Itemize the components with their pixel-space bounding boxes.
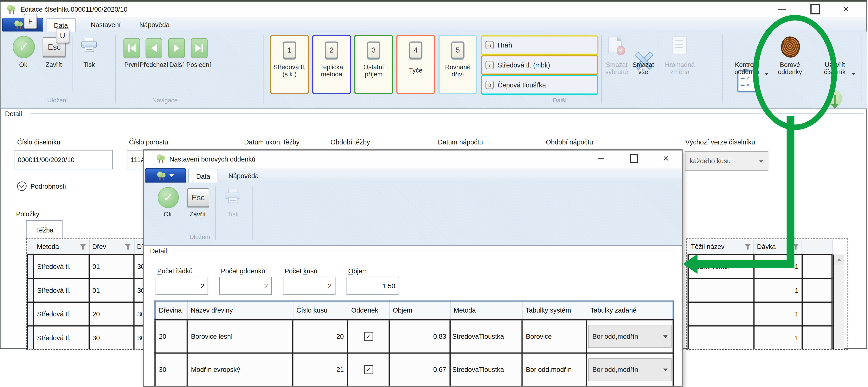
nav-last-button[interactable]	[191, 38, 208, 58]
method-button-5[interactable]: 5 Rovnané dříví	[438, 35, 477, 94]
column-header-oddenek[interactable]: Oddenek	[348, 301, 389, 320]
field-label-cislo-ciselniku: Číslo číselníku	[17, 138, 60, 146]
bulk-change-button[interactable]	[673, 36, 687, 54]
dialog-tab-data[interactable]: Data	[188, 169, 218, 183]
main-titlebar: Editace číselníku000011/00/2020/10 ×	[1, 2, 866, 17]
method-button-3[interactable]: 3 Ostatní příjem	[354, 35, 393, 94]
bulk-change-label: Hromadná změna	[662, 61, 697, 76]
dialog-close-label: Zavřít	[185, 211, 210, 218]
maximize-button[interactable]	[807, 2, 823, 15]
close-list-label: Uzavřít číselník	[819, 61, 851, 76]
divider	[215, 186, 216, 240]
group-divider	[263, 35, 264, 103]
table-row[interactable]: Středová tl.3030	[28, 326, 146, 350]
filter-icon[interactable]	[80, 244, 86, 250]
filter-icon[interactable]	[125, 244, 131, 250]
close-button[interactable]: ×	[838, 2, 854, 15]
field-label-obdobi-tezby: Období těžby	[331, 138, 370, 146]
ok-button[interactable]: ✓	[13, 36, 35, 58]
column-header-tabulky-system[interactable]: Tabulky systém	[522, 301, 587, 320]
column-header-metoda[interactable]: Metoda	[450, 301, 522, 320]
minimize-icon	[598, 158, 603, 159]
column-header-tabulky-zadane[interactable]: Tabulky zadané	[587, 301, 673, 320]
vertical-scrollbar[interactable]	[833, 255, 844, 349]
tab-tezba[interactable]: Těžba	[26, 220, 62, 239]
table-row[interactable]: 1	[688, 326, 832, 350]
column-header-cislo-kusu[interactable]: Číslo kusu	[293, 301, 348, 320]
delete-selected-button[interactable]: ✕	[608, 36, 621, 53]
table-row[interactable]: 20 Borovice lesní 20 0,83 StredovaTloust…	[155, 320, 673, 353]
dialog-app-menu-button[interactable]	[145, 168, 186, 183]
dialog-print-button[interactable]	[225, 189, 240, 203]
dialog-minimize-button[interactable]	[593, 154, 608, 164]
dialog-ok-button[interactable]: ✓	[158, 187, 179, 208]
column-header-davka[interactable]: Dávka	[754, 240, 802, 255]
nav-first-button[interactable]	[123, 38, 140, 58]
tab-napoveda[interactable]: Nápověda	[135, 18, 173, 31]
pocet-radku-input[interactable]: 2	[156, 277, 208, 295]
pocet-kusu-input[interactable]: 2	[283, 277, 335, 295]
column-header-metoda[interactable]: Metoda	[34, 240, 89, 255]
group-divider	[252, 186, 253, 240]
app-tree-icon	[14, 21, 24, 29]
method-button-1[interactable]: 1 Středová tl. (s k.)	[270, 35, 309, 94]
scroll-up-button[interactable]	[834, 255, 844, 264]
group-divider	[115, 35, 116, 103]
table-row[interactable]: 30 Modřín evropský 21 0,67 StredovaTlous…	[155, 353, 673, 386]
table-row[interactable]: 1	[688, 279, 832, 302]
column-header-drev[interactable]: Dřev	[89, 240, 134, 255]
table-row[interactable]: 1	[688, 302, 832, 326]
chevron-down-icon	[663, 335, 668, 338]
filter-icon[interactable]	[745, 244, 751, 250]
print-button[interactable]	[82, 38, 97, 52]
pocet-oddenku-input[interactable]: 2	[219, 277, 272, 295]
column-header-nazev-dreviny[interactable]: Název dřeviny	[187, 301, 293, 320]
minimize-button[interactable]	[773, 4, 790, 15]
table-row[interactable]: Středová tl.2030	[28, 302, 146, 326]
stredova-mbk-button[interactable]: 7 Středová tl. (mbk)	[481, 55, 598, 75]
prev-icon	[151, 44, 157, 52]
hran-button[interactable]: 6 Hráň	[481, 35, 598, 55]
key-6-icon: 6	[486, 41, 494, 49]
table-row[interactable]: Středová tl.0130	[28, 255, 146, 279]
objem-input[interactable]: 1,50	[347, 277, 399, 295]
column-header-drevina[interactable]: Dřevina	[155, 301, 187, 320]
oddenek-checkbox[interactable]	[364, 365, 373, 374]
chevron-down-icon	[663, 368, 668, 371]
dialog-detail-legend: Detail	[150, 248, 167, 255]
oddenek-checkbox[interactable]	[364, 332, 373, 341]
chevron-down-icon	[852, 73, 855, 75]
tabulky-zadane-select[interactable]: Bor odd,modřín	[588, 358, 672, 381]
maximize-icon	[630, 154, 638, 163]
nav-prev-button[interactable]	[146, 38, 162, 58]
tab-nastaveni[interactable]: Nastavení	[87, 18, 125, 31]
column-header-objem[interactable]: Objem	[389, 301, 450, 320]
pine-sections-button[interactable]	[781, 36, 800, 57]
dialog-tab-napoveda[interactable]: Nápověda	[222, 169, 265, 183]
dialog-window: Nastavení borových oddenků × Data Nápově…	[143, 150, 683, 387]
maximize-icon	[810, 4, 820, 14]
table-row[interactable]: Středová tl.0130	[28, 279, 146, 302]
method-button-4[interactable]: 4 Tyče	[396, 35, 435, 94]
divider	[72, 36, 73, 91]
close-list-button[interactable]	[827, 90, 843, 111]
keytip-data-tab: U	[56, 28, 69, 43]
filter-icon[interactable]	[793, 244, 799, 250]
table-row[interactable]: LESMA s.r.o.1	[688, 255, 832, 279]
dialog-close-button[interactable]: ×	[659, 153, 673, 164]
method-button-2[interactable]: 2 Teplická metoda	[312, 35, 351, 94]
row-header	[28, 240, 34, 255]
chevron-up-icon	[837, 258, 841, 261]
tabulky-zadane-select[interactable]: Bor odd,modřín	[588, 325, 672, 348]
dialog-close-esc-button[interactable]: Esc	[187, 188, 209, 207]
column-header-tezil-nazev[interactable]: Těžil název	[688, 240, 754, 255]
cepova-button[interactable]: 8 Čepová tloušťka	[481, 75, 598, 95]
key-4-icon: 4	[409, 41, 422, 59]
cislo-ciselniku-input[interactable]: 000011/00/2020/10	[14, 150, 113, 169]
vychozi-verze-select[interactable]: každého kusu	[685, 151, 768, 171]
podrobnosti-expander[interactable]: Podrobnosti	[17, 182, 66, 191]
nav-next-button[interactable]	[168, 38, 185, 58]
keytip-file: F	[24, 14, 37, 29]
app-tree-icon	[157, 171, 167, 180]
dialog-maximize-button[interactable]	[627, 153, 641, 164]
